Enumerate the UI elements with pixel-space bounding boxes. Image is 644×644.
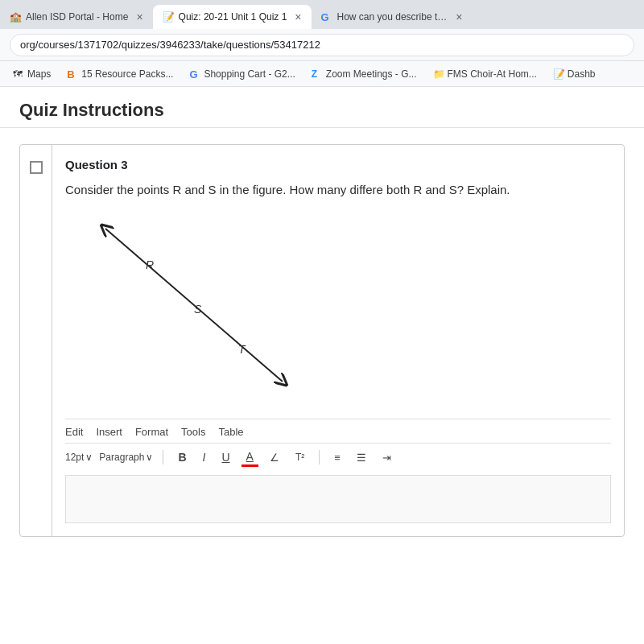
bookmark-shopping[interactable]: G Shopping Cart - G2... <box>183 66 301 82</box>
font-size-value: 12pt <box>65 452 84 463</box>
address-url: org/courses/1371702/quizzes/3946233/take… <box>20 39 320 50</box>
question-area: Question 3 Consider the points R and S i… <box>19 144 625 537</box>
browser-frame: 🏫 Allen ISD Portal - Home × 📝 Quiz: 20-2… <box>0 0 644 644</box>
align-button[interactable]: ≡ <box>329 450 345 465</box>
paragraph-label: Paragraph <box>99 452 144 463</box>
bookmark-fms-label: FMS Choir-At Hom... <box>448 68 537 80</box>
paragraph-chevron: ∨ <box>146 452 153 463</box>
format-divider-2 <box>319 450 320 464</box>
bookmark-shopping-icon: G <box>189 68 200 80</box>
bookmarks-bar: 🗺 Maps B 15 Resource Packs... G Shopping… <box>0 61 644 87</box>
font-size-chevron: ∨ <box>85 452 93 463</box>
tab-quiz-close[interactable]: × <box>295 11 301 23</box>
italic-button[interactable]: I <box>198 449 211 465</box>
question-body: Question 3 Consider the points R and S i… <box>52 145 624 536</box>
figure-container: R S T <box>81 213 307 406</box>
font-color-button[interactable]: A <box>242 448 258 467</box>
bold-button[interactable]: B <box>173 449 191 465</box>
tab-google-close[interactable]: × <box>456 11 462 23</box>
underline-button[interactable]: U <box>217 449 234 465</box>
indent-button[interactable]: ⇥ <box>378 450 396 465</box>
list-button[interactable]: ☰ <box>352 450 371 465</box>
bookmark-resource[interactable]: B 15 Resource Packs... <box>60 66 180 82</box>
page-title: Quiz Instructions <box>19 100 625 121</box>
menu-insert[interactable]: Insert <box>96 426 122 438</box>
figure-svg: R S T <box>81 213 307 406</box>
bookmark-maps[interactable]: 🗺 Maps <box>6 66 57 82</box>
bookmark-zoom[interactable]: Z Zoom Meetings - G... <box>305 66 423 82</box>
highlight-button[interactable]: ∠ <box>265 450 284 465</box>
superscript-button[interactable]: T² <box>291 450 309 464</box>
editor-format-bar: 12pt ∨ Paragraph ∨ B I U A ∠ T² ≡ <box>65 443 611 472</box>
label-T: T <box>238 343 246 356</box>
bookmark-fms[interactable]: 📁 FMS Choir-At Hom... <box>427 66 543 82</box>
label-S: S <box>194 303 202 316</box>
address-bar: org/courses/1371702/quizzes/3946233/take… <box>0 29 644 61</box>
address-input[interactable]: org/courses/1371702/quizzes/3946233/take… <box>10 34 634 56</box>
question-number: Question 3 <box>65 158 611 171</box>
tab-google-label: How can you describe three po <box>337 11 448 23</box>
tab-allen-icon: 🏫 <box>10 11 21 23</box>
menu-edit[interactable]: Edit <box>65 426 83 438</box>
font-size-select[interactable]: 12pt ∨ <box>65 452 93 463</box>
bookmark-maps-label: Maps <box>27 68 51 80</box>
tab-bar: 🏫 Allen ISD Portal - Home × 📝 Quiz: 20-2… <box>0 0 644 29</box>
question-checkbox[interactable] <box>30 161 43 174</box>
bookmark-maps-icon: 🗺 <box>13 68 24 80</box>
tab-allen-close[interactable]: × <box>136 11 142 23</box>
page-content: Quiz Instructions Question 3 Consider th… <box>0 87 644 644</box>
bookmark-zoom-label: Zoom Meetings - G... <box>326 68 417 80</box>
tab-quiz-label: Quiz: 20-21 Unit 1 Quiz 1 <box>179 11 287 23</box>
question-sidebar <box>20 145 52 536</box>
bookmark-resource-icon: B <box>67 68 78 80</box>
paragraph-select[interactable]: Paragraph ∨ <box>99 452 153 463</box>
format-divider-1 <box>163 450 163 464</box>
tab-allen-label: Allen ISD Portal - Home <box>26 11 128 23</box>
tab-google[interactable]: G How can you describe three po × <box>312 5 473 29</box>
bookmark-dash-label: Dashb <box>568 68 596 80</box>
tab-allen[interactable]: 🏫 Allen ISD Portal - Home × <box>0 5 153 29</box>
editor-text-area[interactable] <box>65 475 611 523</box>
menu-table[interactable]: Table <box>218 426 243 438</box>
bookmark-resource-label: 15 Resource Packs... <box>81 68 173 80</box>
question-text: Consider the points R and S in the figur… <box>65 181 611 200</box>
bookmark-dash[interactable]: 📝 Dashb <box>547 66 602 82</box>
bookmark-dash-icon: 📝 <box>553 68 564 80</box>
bookmark-zoom-icon: Z <box>312 68 323 80</box>
tab-quiz-icon: 📝 <box>163 11 174 23</box>
bookmark-shopping-label: Shopping Cart - G2... <box>204 68 295 80</box>
menu-format[interactable]: Format <box>135 426 168 438</box>
label-R: R <box>146 258 154 271</box>
menu-tools[interactable]: Tools <box>181 426 205 438</box>
tab-google-icon: G <box>321 11 332 23</box>
tab-quiz[interactable]: 📝 Quiz: 20-21 Unit 1 Quiz 1 × <box>153 5 312 29</box>
bookmark-fms-icon: 📁 <box>433 68 444 80</box>
page-header: Quiz Instructions <box>0 87 644 128</box>
editor-menu: Edit Insert Format Tools Table <box>65 419 611 443</box>
